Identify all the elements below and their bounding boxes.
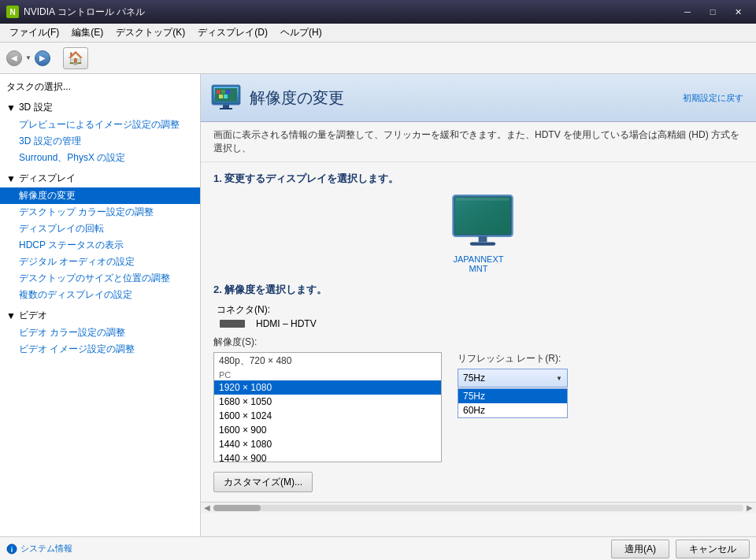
resolution-listbox[interactable]: 480p、720 × 480 PC 1920 × 1080 1680 × 105…: [213, 352, 442, 462]
forward-button[interactable]: ▶: [35, 50, 50, 66]
sidebar-section-display: ▼ ディスプレイ 解像度の変更 デスクトップ カラー設定の調整 ディスプレイの回…: [0, 168, 200, 305]
resolution-item-4[interactable]: 1440 × 1080: [214, 437, 441, 451]
sidebar-item-label: 解像度の変更: [19, 189, 76, 202]
minimize-button[interactable]: ─: [676, 4, 699, 20]
sidebar-section-video: ▼ ビデオ ビデオ カラー設定の調整 ビデオ イメージ設定の調整: [0, 305, 200, 359]
menu-file[interactable]: ファイル(F): [3, 24, 65, 41]
cancel-button[interactable]: キャンセル: [676, 540, 750, 558]
sidebar-video-label: ビデオ: [19, 309, 47, 322]
statusbar: i システム情報 適用(A) キャンセル: [0, 536, 756, 560]
sidebar-item-3d-surround[interactable]: Surround、PhysX の設定: [0, 150, 200, 166]
svg-rect-13: [224, 95, 228, 98]
sidebar-item-label: ディスプレイの回転: [19, 222, 104, 235]
scroll-right-arrow[interactable]: ▶: [747, 503, 753, 512]
system-info-link[interactable]: i システム情報: [6, 543, 72, 554]
refresh-option-60[interactable]: 60Hz: [458, 403, 567, 417]
content-body: 1. 変更するディスプレイを選択します。: [201, 162, 756, 502]
content-area: 解像度の変更 初期設定に戻す 画面に表示される情報の量を調整して、フリッカーを緩…: [201, 74, 756, 536]
sidebar-item-audio[interactable]: デジタル オーディオの設定: [0, 254, 200, 270]
resolution-item-top[interactable]: 480p、720 × 480: [214, 353, 441, 369]
refresh-dropdown-button[interactable]: 75Hz ▼: [458, 369, 568, 388]
sidebar-header-video[interactable]: ▼ ビデオ: [0, 306, 200, 325]
sidebar-item-video-color[interactable]: ビデオ カラー設定の調整: [0, 325, 200, 341]
scrollbar-thumb[interactable]: [213, 505, 261, 511]
resolution-item-1[interactable]: 1680 × 1050: [214, 395, 441, 409]
window-controls: ─ □ ✕: [676, 4, 750, 20]
menu-desktop[interactable]: デスクトップ(K): [109, 24, 191, 41]
resolution-label: 解像度(S):: [213, 336, 257, 347]
statusbar-buttons: 適用(A) キャンセル: [611, 540, 750, 558]
resolution-list-container: 480p、720 × 480 PC 1920 × 1080 1680 × 105…: [213, 352, 442, 462]
monitor-area: JAPANNEXT MNT: [213, 194, 743, 273]
reset-link[interactable]: 初期設定に戻す: [683, 92, 743, 104]
connector-value-row: HDMI – HDTV: [213, 318, 743, 329]
svg-rect-17: [478, 236, 487, 243]
svg-rect-9: [217, 90, 220, 94]
apply-button[interactable]: 適用(A): [611, 540, 669, 558]
sidebar-item-label: 複数のディスプレイの設定: [19, 288, 132, 302]
monitor-icon[interactable]: JAPANNEXT MNT: [447, 194, 510, 273]
monitor-label: JAPANNEXT MNT: [447, 254, 510, 273]
menu-edit[interactable]: 編集(E): [65, 24, 109, 41]
refresh-dropdown-wrapper: 75Hz ▼ 75Hz 60Hz: [458, 369, 568, 388]
sidebar-3d-label: 3D 設定: [19, 101, 53, 114]
maximize-button[interactable]: □: [701, 4, 724, 20]
main-container: タスクの選択... ▼ 3D 設定 プレビューによるイメージ設定の調整 3D 設…: [0, 74, 756, 536]
back-button[interactable]: ◀: [6, 50, 22, 66]
resolution-item-0[interactable]: 1920 × 1080: [214, 380, 441, 395]
sidebar-item-label: 3D 設定の管理: [19, 135, 81, 148]
content-header-left: 解像度の変更: [210, 82, 344, 113]
sidebar-item-3d-preview[interactable]: プレビューによるイメージ設定の調整: [0, 117, 200, 133]
toolbar: ◀ ▼ ▶ 🏠: [0, 43, 756, 74]
menu-display[interactable]: ディスプレイ(D): [191, 24, 274, 41]
refresh-selected-value: 75Hz: [463, 373, 485, 384]
svg-text:N: N: [9, 8, 15, 17]
expand-icon-3d: ▼: [6, 102, 16, 113]
sidebar-item-size[interactable]: デスクトップのサイズと位置の調整: [0, 270, 200, 287]
scroll-left-arrow[interactable]: ◀: [204, 503, 210, 512]
resolution-item-3[interactable]: 1600 × 900: [214, 423, 441, 437]
expand-icon-video: ▼: [6, 310, 16, 321]
horizontal-scrollbar[interactable]: ◀ ▶: [201, 502, 756, 513]
sidebar-item-label: ビデオ イメージ設定の調整: [19, 343, 135, 356]
customize-button-area: カスタマイズ(M)...: [213, 472, 743, 492]
content-description: 画面に表示される情報の量を調整して、フリッカーを緩和できます。また、HDTV を…: [201, 122, 756, 162]
sidebar-item-video-image[interactable]: ビデオ イメージ設定の調整: [0, 341, 200, 358]
sidebar-item-multi[interactable]: 複数のディスプレイの設定: [0, 287, 200, 303]
resolution-controls: 480p、720 × 480 PC 1920 × 1080 1680 × 105…: [213, 352, 743, 462]
svg-rect-19: [456, 198, 509, 200]
sidebar-header-display[interactable]: ▼ ディスプレイ: [0, 169, 200, 187]
svg-rect-10: [221, 90, 225, 94]
monitor-svg: [447, 194, 518, 249]
info-icon: i: [6, 543, 17, 554]
expand-icon-display: ▼: [6, 173, 16, 184]
content-header: 解像度の変更 初期設定に戻す: [201, 74, 756, 122]
refresh-option-75[interactable]: 75Hz: [458, 389, 567, 403]
connector-value: HDMI – HDTV: [256, 318, 317, 329]
sidebar-item-label: デジタル オーディオの設定: [19, 255, 135, 269]
resolution-item-5[interactable]: 1440 × 900: [214, 451, 441, 462]
refresh-dropdown-popup: 75Hz 60Hz: [458, 388, 568, 418]
sidebar-item-label: デスクトップのサイズと位置の調整: [19, 272, 170, 285]
resolution-item-2[interactable]: 1600 × 1024: [214, 409, 441, 423]
step2-title: 2. 解像度を選択します。: [213, 283, 743, 297]
system-info-label: システム情報: [20, 543, 72, 554]
sidebar-item-rotate[interactable]: ディスプレイの回転: [0, 221, 200, 237]
customize-button[interactable]: カスタマイズ(M)...: [213, 472, 313, 492]
window-title: NVIDIA コントロール パネル: [24, 6, 676, 19]
sidebar-item-hdcp[interactable]: HDCP ステータスの表示: [0, 237, 200, 254]
content-title: 解像度の変更: [250, 87, 344, 109]
back-dropdown[interactable]: ▼: [25, 54, 32, 61]
close-button[interactable]: ✕: [726, 4, 750, 20]
menu-help[interactable]: ヘルプ(H): [274, 24, 328, 41]
sidebar-item-label: ビデオ カラー設定の調整: [19, 326, 125, 339]
connector-icon: [220, 320, 245, 328]
sidebar-item-3d-manage[interactable]: 3D 設定の管理: [0, 133, 200, 150]
sidebar-item-color[interactable]: デスクトップ カラー設定の調整: [0, 204, 200, 221]
sidebar-item-resolution[interactable]: 解像度の変更: [0, 187, 200, 204]
home-button[interactable]: 🏠: [63, 47, 88, 69]
connector-row: コネクタ(N):: [213, 303, 743, 317]
connector-label: コネクタ(N):: [217, 303, 270, 317]
sidebar-header-3d[interactable]: ▼ 3D 設定: [0, 98, 200, 117]
svg-rect-7: [223, 105, 229, 108]
